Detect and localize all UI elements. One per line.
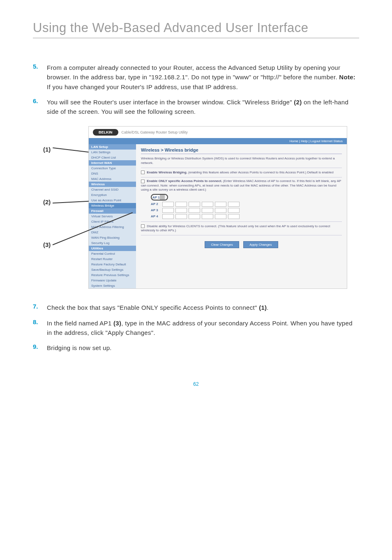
ap1-input-6[interactable]	[164, 195, 165, 200]
apply-changes-button[interactable]: Apply Changes	[243, 241, 278, 248]
ap3-label: AP 3	[151, 208, 161, 212]
steps-list-2: 7. Check the box that says "Enable ONLY …	[33, 303, 359, 353]
enable-bridging-checkbox[interactable]	[141, 171, 145, 174]
callout-line-1	[53, 147, 89, 153]
sidebar-virtual-servers[interactable]: Virtual Servers	[89, 214, 136, 219]
content-title: Wireless > Wireless bridge	[141, 147, 342, 154]
sidebar-restart[interactable]: Restart Router	[89, 256, 136, 262]
clear-changes-button[interactable]: Clear Changes	[205, 241, 239, 248]
header-divider	[33, 38, 359, 38]
ap3-input-2[interactable]	[175, 208, 187, 213]
ap4-input-1[interactable]	[162, 214, 174, 219]
enable-specific-checkbox[interactable]	[141, 180, 145, 183]
ap3-input-3[interactable]	[189, 208, 200, 213]
sidebar-channel-ssid[interactable]: Channel and SSID	[89, 187, 136, 192]
ap1-row: AP 1	[151, 194, 342, 200]
sidebar-wan-ping[interactable]: WAN Ping Blocking	[89, 235, 136, 240]
callout-2: (2)	[43, 198, 51, 205]
ap2-input-4[interactable]	[202, 202, 213, 207]
sidebar-firmware[interactable]: Firmware Update	[89, 278, 136, 283]
callout-1: (1)	[43, 146, 51, 153]
page-number: 62	[33, 381, 359, 387]
sidebar-mac-address[interactable]: MAC Address	[89, 176, 136, 182]
ap2-label: AP 2	[151, 202, 161, 206]
ap4-input-3[interactable]	[189, 214, 200, 219]
ap2-input-6[interactable]	[228, 202, 240, 207]
callout-line-2	[53, 201, 89, 204]
sidebar-lan-settings[interactable]: LAN Settings	[89, 150, 136, 155]
sidebar-wireless-bridge[interactable]: Wireless Bridge	[89, 203, 136, 208]
sidebar-restore-prev[interactable]: Restore Previous Settings	[89, 272, 136, 278]
step-text: Bridging is now set up.	[47, 343, 112, 353]
step-number: 6.	[33, 97, 47, 117]
sidebar-dhcp[interactable]: DHCP Client List	[89, 155, 136, 160]
ap2-input-5[interactable]	[215, 202, 226, 207]
router-sidebar: LAN Setup LAN Settings DHCP Client List …	[89, 144, 136, 288]
callout-3: (3)	[43, 241, 51, 248]
step-number: 7.	[33, 303, 47, 312]
ap3-input-6[interactable]	[228, 208, 240, 213]
ap2-input-2[interactable]	[175, 202, 187, 207]
content-intro: Wireless Bridging or Wireless Distributi…	[141, 157, 342, 168]
sidebar-parental[interactable]: Parental Control	[89, 251, 136, 256]
sidebar-connection-type[interactable]: Connection Type	[89, 166, 136, 171]
router-subtitle: Cable/DSL Gateway Router Setup Utility	[122, 130, 188, 134]
sidebar-save-backup[interactable]: Save/Backup Settings	[89, 267, 136, 272]
router-header: BELKIN Cable/DSL Gateway Router Setup Ut…	[89, 127, 347, 138]
sidebar-encryption[interactable]: Encryption	[89, 192, 136, 198]
enable-bridging-row: Enable Wireless Bridging. (enabling this…	[141, 171, 342, 177]
router-ui-window: BELKIN Cable/DSL Gateway Router Setup Ut…	[88, 126, 347, 289]
step-text: In the field named AP1 (3), type in the …	[47, 318, 359, 338]
ap2-input-1[interactable]	[162, 202, 174, 207]
ap1-label: AP 1	[152, 196, 160, 199]
sidebar-security-log[interactable]: Security Log	[89, 240, 136, 246]
router-screenshot: (1) (2) (3) BELKIN Cable/DSL Gateway Rou…	[33, 126, 359, 289]
sidebar-access-point[interactable]: Use as Access Point	[89, 198, 136, 203]
button-row: Clear Changes Apply Changes	[141, 241, 342, 248]
sidebar-system[interactable]: System Settings	[89, 283, 136, 288]
step-text: Check the box that says "Enable ONLY spe…	[47, 303, 269, 312]
disable-clients-checkbox[interactable]	[141, 224, 145, 228]
belkin-logo: BELKIN	[93, 129, 118, 136]
step-text: From a computer already connected to you…	[47, 63, 359, 92]
steps-list: 5. From a computer already connected to …	[33, 63, 359, 116]
sidebar-dmz[interactable]: DMZ	[89, 230, 136, 235]
ap2-input-3[interactable]	[189, 202, 200, 207]
step-7: 7. Check the box that says "Enable ONLY …	[33, 303, 359, 312]
ap3-input-1[interactable]	[162, 208, 174, 213]
step-9: 9. Bridging is now set up.	[33, 343, 359, 353]
step-number: 8.	[33, 318, 47, 338]
ap2-row: AP 2	[151, 202, 342, 207]
page-title: Using the Web-Based Advanced User Interf…	[33, 21, 359, 35]
step-number: 9.	[33, 343, 47, 353]
ap3-input-4[interactable]	[202, 208, 213, 213]
sidebar-lan-setup[interactable]: LAN Setup	[89, 144, 136, 150]
ap3-input-5[interactable]	[215, 208, 226, 213]
step-6: 6. You will see the Router's user interf…	[33, 97, 359, 117]
ap4-row: AP 4	[151, 214, 342, 219]
step-8: 8. In the field named AP1 (3), type in t…	[33, 318, 359, 338]
ap4-label: AP 4	[151, 214, 161, 218]
step-number: 5.	[33, 63, 47, 92]
router-content: Wireless > Wireless bridge Wireless Brid…	[136, 144, 347, 288]
router-body: LAN Setup LAN Settings DHCP Client List …	[89, 144, 347, 288]
sidebar-wireless[interactable]: Wireless	[89, 182, 136, 187]
sidebar-dns[interactable]: DNS	[89, 171, 136, 176]
ap4-input-5[interactable]	[215, 214, 226, 219]
router-topbar: Home | Help | Logout Internet Status	[89, 138, 347, 144]
sidebar-restore-default[interactable]: Restore Factory Default	[89, 262, 136, 267]
step-text: You will see the Router's user interface…	[47, 97, 359, 117]
ap4-input-2[interactable]	[175, 214, 187, 219]
disable-clients-row: Disable ability for Wireless CLIENTS to …	[141, 221, 342, 236]
ap3-row: AP 3	[151, 208, 342, 213]
sidebar-firewall[interactable]: Firewall	[89, 208, 136, 214]
sidebar-utilities[interactable]: Utilities	[89, 246, 136, 251]
ap1-outline: AP 1	[151, 194, 168, 200]
ap4-input-4[interactable]	[202, 214, 213, 219]
enable-specific-row: Enable ONLY specific Access Points to co…	[141, 179, 342, 192]
ap4-input-6[interactable]	[228, 214, 240, 219]
sidebar-internet-wan[interactable]: Internet WAN	[89, 160, 136, 166]
step-5: 5. From a computer already connected to …	[33, 63, 359, 92]
